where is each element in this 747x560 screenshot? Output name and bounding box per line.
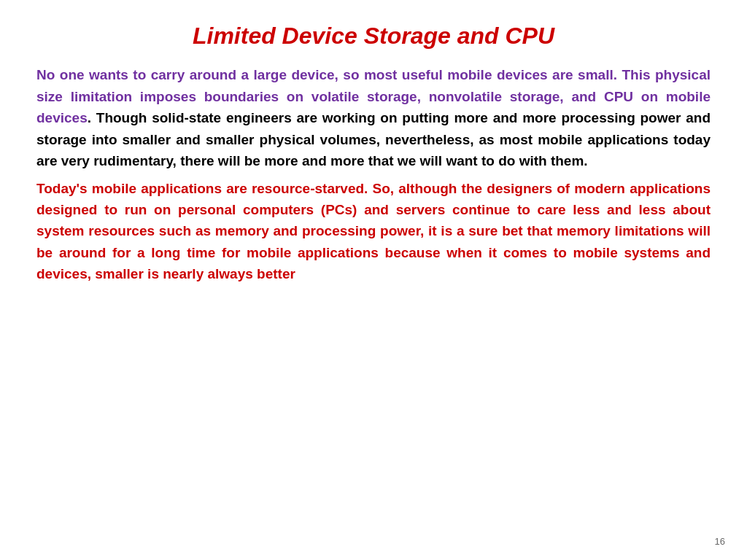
- red-text-2: Today's mobile applications are resource…: [36, 181, 711, 282]
- paragraph-1: No one wants to carry around a large dev…: [36, 64, 711, 171]
- page-number: 16: [715, 536, 725, 547]
- black-text-continuation: Though solid-state engineers are working…: [36, 110, 711, 168]
- slide-title: Limited Device Storage and CPU: [36, 22, 711, 50]
- paragraph-2: Today's mobile applications are resource…: [36, 178, 711, 285]
- slide: Limited Device Storage and CPU No one wa…: [0, 0, 747, 560]
